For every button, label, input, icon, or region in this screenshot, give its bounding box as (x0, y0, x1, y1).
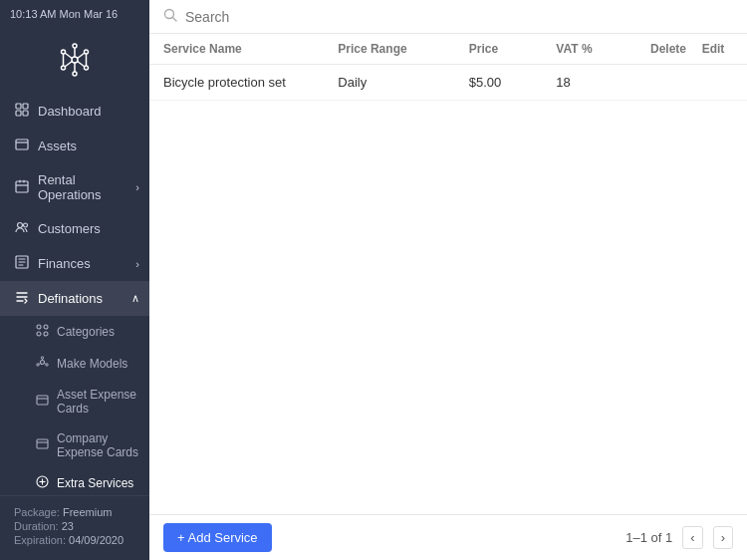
search-bar (149, 0, 747, 34)
sidebar-item-label-definations: Definations (38, 291, 103, 306)
col-header-vat: VAT % (556, 42, 643, 56)
cell-price-range: Daily (338, 75, 468, 90)
next-page-button[interactable]: › (713, 526, 733, 549)
svg-point-29 (41, 357, 43, 359)
search-icon (163, 8, 177, 25)
chevron-right-icon: › (135, 181, 139, 193)
assets-icon (14, 138, 30, 154)
svg-rect-17 (16, 111, 21, 116)
svg-point-2 (73, 44, 77, 48)
svg-point-8 (85, 66, 89, 70)
sidebar-subitem-label-extra-services: Extra Services (57, 476, 133, 490)
sidebar-footer: Package: Freemium Duration: 23 Expiratio… (0, 495, 149, 560)
sidebar-item-definations[interactable]: Definations ∧ (0, 281, 149, 316)
svg-line-34 (39, 364, 40, 365)
sidebar-item-finances[interactable]: Finances › (0, 246, 149, 281)
sidebar-item-assets[interactable]: Assets (0, 129, 149, 163)
col-header-price-range: Price Range (338, 42, 468, 56)
main-footer: + Add Service 1–1 of 1 ‹ › (149, 514, 747, 560)
svg-line-11 (78, 53, 85, 59)
search-input[interactable] (185, 9, 733, 25)
customers-icon (14, 220, 30, 237)
cell-price: $5.00 (469, 75, 557, 90)
svg-point-4 (73, 72, 77, 76)
sidebar-item-rental-operations[interactable]: Rental Operations › (0, 163, 149, 211)
svg-rect-16 (23, 104, 28, 109)
pagination: 1–1 of 1 ‹ › (625, 526, 733, 549)
sidebar-subitem-extra-services[interactable]: Extra Services (0, 467, 149, 495)
svg-point-30 (46, 364, 48, 366)
table-header: Service Name Price Range Price VAT % Del… (149, 34, 747, 65)
chevron-right-icon-finances: › (135, 258, 139, 270)
svg-point-24 (37, 325, 41, 329)
package-value: Freemium (63, 506, 113, 518)
pagination-text: 1–1 of 1 (625, 530, 672, 545)
svg-point-27 (44, 332, 48, 336)
col-header-service-name: Service Name (163, 42, 338, 56)
svg-point-26 (37, 332, 41, 336)
categories-icon (36, 324, 50, 340)
logo-icon (50, 40, 100, 80)
cell-vat: 18 (556, 75, 643, 90)
svg-rect-18 (23, 111, 28, 116)
rental-operations-icon (14, 179, 30, 196)
add-service-button[interactable]: + Add Service (163, 523, 272, 552)
svg-rect-19 (16, 140, 28, 149)
svg-point-10 (62, 66, 66, 70)
dashboard-icon (14, 103, 30, 120)
sidebar-subitem-make-models[interactable]: Make Models (0, 348, 149, 380)
svg-rect-35 (37, 396, 48, 405)
make-models-icon (36, 356, 50, 372)
svg-point-0 (72, 57, 78, 63)
sidebar-item-label-finances: Finances (38, 256, 91, 271)
svg-rect-36 (37, 439, 48, 448)
cell-service-name: Bicycle protection set (163, 75, 338, 90)
svg-line-5 (65, 53, 72, 59)
svg-line-9 (65, 62, 72, 68)
svg-point-25 (44, 325, 48, 329)
svg-point-31 (37, 364, 39, 366)
sidebar-item-label-assets: Assets (38, 139, 77, 153)
sidebar-item-customers[interactable]: Customers (0, 211, 149, 246)
extra-services-icon (36, 475, 50, 491)
svg-rect-20 (16, 181, 28, 192)
svg-point-21 (18, 223, 23, 228)
table-row: Bicycle protection set Daily $5.00 18 (149, 65, 747, 101)
prev-page-button[interactable]: ‹ (682, 526, 702, 549)
sidebar-subitem-label-categories: Categories (57, 325, 115, 339)
sidebar-item-dashboard[interactable]: Dashboard (0, 94, 149, 129)
sidebar-item-label-rental-operations: Rental Operations (38, 172, 135, 202)
main-content: Service Name Price Range Price VAT % Del… (149, 0, 747, 560)
col-header-price: Price (469, 42, 557, 56)
svg-point-12 (85, 50, 89, 54)
sidebar-subitem-company-expense-cards[interactable]: Company Expense Cards (0, 423, 149, 467)
sidebar-header: 10:13 AM Mon Mar 16 (0, 0, 149, 30)
finances-icon (14, 255, 30, 272)
sidebar-subitem-label-asset-expense-cards: Asset Expense Cards (57, 388, 139, 416)
chevron-up-icon: ∧ (131, 292, 139, 305)
col-header-edit: Edit (693, 42, 733, 56)
definations-icon (14, 290, 30, 307)
table-body: Bicycle protection set Daily $5.00 18 (149, 65, 747, 514)
sidebar-logo (0, 30, 149, 94)
sidebar-subitem-categories[interactable]: Categories (0, 316, 149, 348)
svg-point-22 (24, 223, 28, 227)
expiration-label: Expiration: (14, 534, 66, 546)
asset-expense-cards-icon (36, 394, 50, 410)
sidebar: 10:13 AM Mon Mar 16 (0, 0, 149, 560)
sidebar-item-label-customers: Customers (38, 221, 101, 236)
duration-label: Duration: (14, 520, 59, 532)
company-expense-cards-icon (36, 437, 50, 453)
svg-line-33 (45, 364, 46, 365)
package-label: Package: (14, 506, 60, 518)
sidebar-nav: Dashboard Assets Rental Operations › Cus… (0, 94, 149, 495)
sidebar-time: 10:13 AM Mon Mar 16 (10, 8, 118, 20)
svg-point-28 (41, 361, 45, 365)
col-header-delete: Delete (643, 42, 693, 56)
sidebar-subitem-label-make-models: Make Models (57, 357, 127, 371)
sidebar-subitem-asset-expense-cards[interactable]: Asset Expense Cards (0, 380, 149, 423)
sidebar-subitem-label-company-expense-cards: Company Expense Cards (57, 431, 139, 459)
svg-point-6 (62, 50, 66, 54)
svg-rect-15 (16, 104, 21, 109)
svg-line-44 (173, 18, 177, 22)
